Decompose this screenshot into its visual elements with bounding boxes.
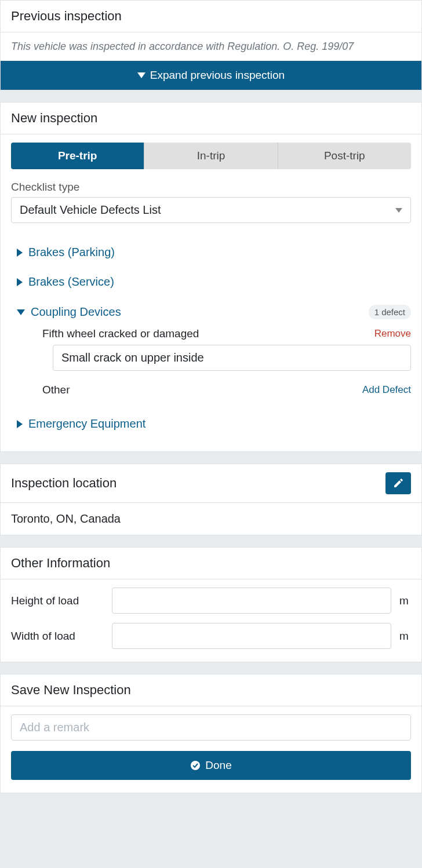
height-row: Height of load m <box>11 588 411 614</box>
save-header: Save New Inspection <box>1 674 421 706</box>
previous-note-row: This vehicle was inspected in accordance… <box>1 32 421 61</box>
tab-pre-trip[interactable]: Pre-trip <box>11 143 144 169</box>
check-item-emergency-equipment: Emergency Equipment <box>11 409 411 439</box>
svg-marker-4 <box>17 309 25 315</box>
width-input[interactable] <box>112 623 391 649</box>
location-value: Toronto, ON, Canada <box>1 503 421 535</box>
check-item-coupling-devices: Coupling Devices 1 defect Fifth wheel cr… <box>11 297 411 409</box>
previous-inspection-card: Previous inspection This vehicle was ins… <box>0 0 422 90</box>
svg-point-6 <box>191 761 200 770</box>
new-inspection-card: New inspection Pre-trip In-trip Post-tri… <box>0 102 422 452</box>
width-row: Width of load m <box>11 623 411 649</box>
defect-note-input[interactable] <box>53 345 411 371</box>
tab-post-trip[interactable]: Post-trip <box>278 143 411 169</box>
svg-marker-3 <box>17 278 23 286</box>
svg-marker-2 <box>17 249 23 257</box>
previous-header: Previous inspection <box>1 1 421 32</box>
height-unit: m <box>399 595 411 607</box>
edit-location-button[interactable] <box>385 472 411 494</box>
height-input[interactable] <box>112 588 391 614</box>
chevron-down-icon <box>395 208 402 213</box>
check-item-left: Brakes (Parking) <box>17 246 115 259</box>
chevron-right-icon <box>17 420 23 428</box>
location-header: Inspection location <box>1 464 421 503</box>
expand-previous-label: Expand previous inspection <box>150 69 285 82</box>
check-item-left: Brakes (Service) <box>17 275 114 289</box>
check-item-head[interactable]: Brakes (Service) <box>17 275 411 289</box>
svg-marker-1 <box>395 208 402 213</box>
height-label: Height of load <box>11 595 104 607</box>
location-title: Inspection location <box>11 476 117 491</box>
trip-segmented: Pre-trip In-trip Post-trip <box>11 143 411 169</box>
check-circle-icon <box>190 760 201 771</box>
previous-title: Previous inspection <box>11 9 122 24</box>
new-body: Pre-trip In-trip Post-trip Checklist typ… <box>1 134 421 451</box>
other-info-title: Other Information <box>11 556 110 571</box>
checklist-type-value: Default Vehicle Defects List <box>20 203 161 217</box>
previous-note: This vehicle was inspected in accordance… <box>11 41 354 52</box>
checklist-type-label: Checklist type <box>11 181 411 194</box>
svg-marker-5 <box>17 420 23 428</box>
done-label: Done <box>205 759 231 772</box>
new-title: New inspection <box>11 111 97 126</box>
other-info-body: Height of load m Width of load m <box>1 579 421 662</box>
svg-marker-0 <box>137 72 145 78</box>
check-item-label: Coupling Devices <box>31 305 121 319</box>
check-item-head[interactable]: Brakes (Parking) <box>17 246 411 259</box>
expand-previous-button[interactable]: Expand previous inspection <box>1 61 421 90</box>
chevron-down-icon <box>137 72 145 78</box>
chevron-right-icon <box>17 249 23 257</box>
defect-block: Fifth wheel cracked or damaged Remove Ot… <box>17 327 411 396</box>
check-item-label: Brakes (Parking) <box>28 246 115 259</box>
done-button[interactable]: Done <box>11 751 411 780</box>
new-header: New inspection <box>1 103 421 134</box>
check-item-left: Emergency Equipment <box>17 417 145 431</box>
chevron-down-icon <box>17 309 25 315</box>
check-item-brakes-service: Brakes (Service) <box>11 267 411 297</box>
inspection-location-card: Inspection location Toronto, ON, Canada <box>0 464 422 535</box>
check-item-label: Emergency Equipment <box>28 417 145 431</box>
save-card: Save New Inspection Done <box>0 674 422 793</box>
defect-row: Fifth wheel cracked or damaged Remove <box>42 327 411 340</box>
width-unit: m <box>399 630 411 643</box>
check-item-label: Brakes (Service) <box>28 275 114 289</box>
defect-title: Fifth wheel cracked or damaged <box>42 327 199 340</box>
remove-defect-link[interactable]: Remove <box>374 328 411 340</box>
check-item-left: Coupling Devices <box>17 305 121 319</box>
checklist-type-select[interactable]: Default Vehicle Defects List <box>11 197 411 223</box>
width-label: Width of load <box>11 630 104 643</box>
defect-count-badge: 1 defect <box>369 305 411 319</box>
save-body: Done <box>1 706 421 793</box>
other-row: Other Add Defect <box>42 384 411 396</box>
other-info-card: Other Information Height of load m Width… <box>0 547 422 662</box>
check-item-head[interactable]: Coupling Devices 1 defect <box>17 305 411 319</box>
other-info-header: Other Information <box>1 548 421 579</box>
check-item-head[interactable]: Emergency Equipment <box>17 417 411 431</box>
remark-input[interactable] <box>11 714 411 741</box>
add-defect-link[interactable]: Add Defect <box>362 384 411 396</box>
other-label: Other <box>42 384 70 396</box>
tab-in-trip[interactable]: In-trip <box>144 143 278 169</box>
checklist: Brakes (Parking) Brakes (Service) <box>11 238 411 439</box>
save-title: Save New Inspection <box>11 683 131 698</box>
chevron-right-icon <box>17 278 23 286</box>
pencil-icon <box>393 478 403 488</box>
check-item-brakes-parking: Brakes (Parking) <box>11 238 411 267</box>
